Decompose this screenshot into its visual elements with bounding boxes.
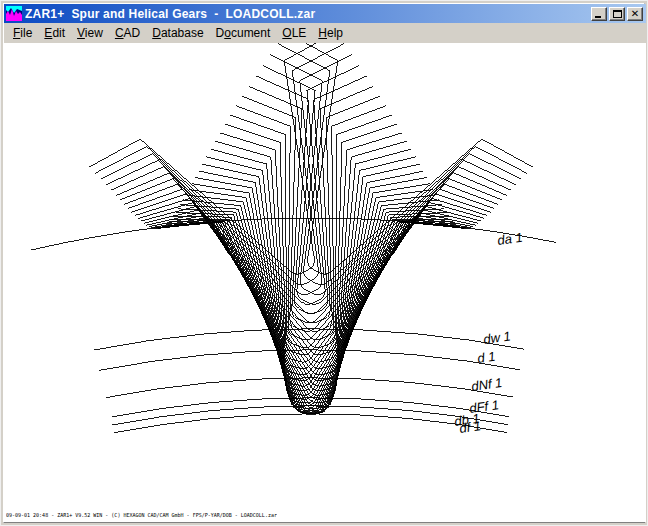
drawing-area: da 1dw 1d 1dNf 1dFf 1db 1df 1 09-09-01 2… bbox=[4, 43, 646, 522]
gear-generation-plot: da 1dw 1d 1dNf 1dFf 1db 1df 1 bbox=[4, 43, 646, 521]
rack-profile-copy bbox=[263, 66, 516, 305]
diameter-label-d1: d 1 bbox=[476, 349, 496, 366]
diameter-label-dNf1: dNf 1 bbox=[470, 375, 503, 394]
menu-bar: FileEditViewCADDatabaseDocumentOLEHelp bbox=[4, 23, 646, 43]
rack-profile-copy bbox=[171, 219, 451, 414]
app-window: ZAR1+ Spur and Helical Gears - LOADCOLL.… bbox=[0, 0, 648, 526]
titlebar[interactable]: ZAR1+ Spur and Helical Gears - LOADCOLL.… bbox=[4, 4, 646, 23]
menu-item-file[interactable]: File bbox=[7, 24, 38, 42]
menu-item-view[interactable]: View bbox=[71, 24, 109, 42]
minimize-button[interactable] bbox=[591, 7, 607, 21]
diameter-arc-db1 bbox=[112, 406, 508, 425]
minimize-icon bbox=[595, 16, 601, 18]
menu-item-ole[interactable]: OLE bbox=[276, 24, 312, 42]
menu-item-document[interactable]: Document bbox=[210, 24, 277, 42]
diameter-label-df1: df 1 bbox=[458, 418, 482, 436]
menu-item-help[interactable]: Help bbox=[312, 24, 349, 42]
close-button[interactable]: ✕ bbox=[627, 7, 643, 21]
menu-item-database[interactable]: Database bbox=[146, 24, 209, 42]
maximize-button[interactable] bbox=[609, 7, 625, 21]
diameter-label-da1: da 1 bbox=[496, 230, 523, 248]
diameter-label-dw1: dw 1 bbox=[482, 328, 511, 347]
window-controls: ✕ bbox=[591, 7, 644, 21]
diameter-arc-df1 bbox=[114, 414, 507, 433]
window-title: ZAR1+ Spur and Helical Gears - LOADCOLL.… bbox=[25, 7, 588, 21]
menu-item-edit[interactable]: Edit bbox=[38, 24, 71, 42]
maximize-icon bbox=[613, 10, 622, 18]
menu-item-cad[interactable]: CAD bbox=[109, 24, 146, 42]
status-line: 09-09-01 20:48 - ZAR1+ V9.52 WIN - (C) H… bbox=[6, 512, 566, 521]
close-icon: ✕ bbox=[631, 9, 639, 19]
app-icon[interactable] bbox=[6, 6, 22, 21]
rack-profile-copy bbox=[106, 66, 359, 305]
